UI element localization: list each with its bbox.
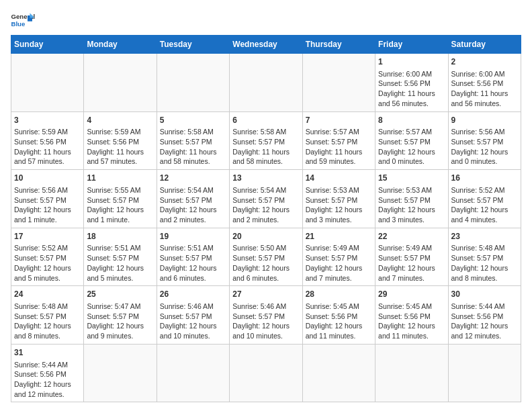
day-info: Sunrise: 5:58 AM Sunset: 5:57 PM Dayligh… xyxy=(160,127,226,167)
calendar-cell: 3Sunrise: 5:59 AM Sunset: 5:56 PM Daylig… xyxy=(11,111,84,170)
weekday-header-tuesday: Tuesday xyxy=(157,36,229,54)
calendar-cell: 13Sunrise: 5:54 AM Sunset: 5:57 PM Dayli… xyxy=(230,170,302,228)
day-info: Sunrise: 5:59 AM Sunset: 5:56 PM Dayligh… xyxy=(87,127,153,167)
day-info: Sunrise: 5:51 AM Sunset: 5:57 PM Dayligh… xyxy=(87,243,153,283)
calendar-cell: 1Sunrise: 6:00 AM Sunset: 5:56 PM Daylig… xyxy=(375,54,448,112)
calendar-header: SundayMondayTuesdayWednesdayThursdayFrid… xyxy=(11,36,521,54)
day-number: 15 xyxy=(378,173,445,184)
weekday-header-wednesday: Wednesday xyxy=(230,36,302,54)
calendar-cell: 12Sunrise: 5:54 AM Sunset: 5:57 PM Dayli… xyxy=(157,170,229,228)
day-info: Sunrise: 5:46 AM Sunset: 5:57 PM Dayligh… xyxy=(160,302,226,341)
calendar-week-row: 10Sunrise: 5:56 AM Sunset: 5:57 PM Dayli… xyxy=(11,170,521,228)
day-number: 30 xyxy=(451,289,518,300)
calendar-cell: 7Sunrise: 5:57 AM Sunset: 5:57 PM Daylig… xyxy=(302,111,375,170)
calendar-cell: 6Sunrise: 5:58 AM Sunset: 5:57 PM Daylig… xyxy=(230,111,302,170)
day-info: Sunrise: 5:51 AM Sunset: 5:57 PM Dayligh… xyxy=(160,243,226,283)
calendar-cell: 15Sunrise: 5:53 AM Sunset: 5:57 PM Dayli… xyxy=(375,170,448,228)
day-info: Sunrise: 5:54 AM Sunset: 5:57 PM Dayligh… xyxy=(160,185,226,225)
day-info: Sunrise: 5:52 AM Sunset: 5:57 PM Dayligh… xyxy=(14,243,81,283)
calendar-cell: 17Sunrise: 5:52 AM Sunset: 5:57 PM Dayli… xyxy=(11,228,84,286)
calendar-cell: 30Sunrise: 5:44 AM Sunset: 5:56 PM Dayli… xyxy=(448,286,521,345)
day-number: 11 xyxy=(87,173,153,184)
day-info: Sunrise: 5:45 AM Sunset: 5:56 PM Dayligh… xyxy=(378,302,445,341)
day-info: Sunrise: 5:48 AM Sunset: 5:57 PM Dayligh… xyxy=(14,302,81,341)
day-info: Sunrise: 5:57 AM Sunset: 5:57 PM Dayligh… xyxy=(378,127,445,167)
day-info: Sunrise: 5:45 AM Sunset: 5:56 PM Dayligh… xyxy=(306,302,372,341)
day-number: 17 xyxy=(14,231,81,242)
day-info: Sunrise: 5:59 AM Sunset: 5:56 PM Dayligh… xyxy=(14,127,81,167)
day-number: 29 xyxy=(378,289,445,300)
day-number: 22 xyxy=(378,231,445,242)
calendar-cell xyxy=(157,344,229,402)
day-info: Sunrise: 5:56 AM Sunset: 5:57 PM Dayligh… xyxy=(14,185,81,225)
calendar-cell: 9Sunrise: 5:56 AM Sunset: 5:57 PM Daylig… xyxy=(448,111,521,170)
day-number: 31 xyxy=(14,347,81,359)
header: General Blue xyxy=(11,11,521,30)
day-info: Sunrise: 5:52 AM Sunset: 5:57 PM Dayligh… xyxy=(451,185,518,225)
day-number: 7 xyxy=(306,115,372,126)
calendar-cell xyxy=(84,54,157,112)
calendar-week-row: 1Sunrise: 6:00 AM Sunset: 5:56 PM Daylig… xyxy=(11,54,521,112)
calendar-week-row: 31Sunrise: 5:44 AM Sunset: 5:56 PM Dayli… xyxy=(11,344,521,402)
day-number: 24 xyxy=(14,289,81,300)
day-number: 6 xyxy=(232,115,299,126)
day-info: Sunrise: 6:00 AM Sunset: 5:56 PM Dayligh… xyxy=(378,69,445,109)
day-info: Sunrise: 5:55 AM Sunset: 5:57 PM Dayligh… xyxy=(87,185,153,225)
calendar-cell: 5Sunrise: 5:58 AM Sunset: 5:57 PM Daylig… xyxy=(157,111,229,170)
calendar-cell: 23Sunrise: 5:48 AM Sunset: 5:57 PM Dayli… xyxy=(448,228,521,286)
day-info: Sunrise: 5:46 AM Sunset: 5:57 PM Dayligh… xyxy=(232,302,299,341)
day-number: 8 xyxy=(378,115,445,126)
day-number: 14 xyxy=(306,173,372,184)
calendar-table: SundayMondayTuesdayWednesdayThursdayFrid… xyxy=(11,35,521,402)
weekday-header-friday: Friday xyxy=(375,36,448,54)
day-info: Sunrise: 5:58 AM Sunset: 5:57 PM Dayligh… xyxy=(232,127,299,167)
calendar-cell: 19Sunrise: 5:51 AM Sunset: 5:57 PM Dayli… xyxy=(157,228,229,286)
calendar-cell: 4Sunrise: 5:59 AM Sunset: 5:56 PM Daylig… xyxy=(84,111,157,170)
day-info: Sunrise: 6:00 AM Sunset: 5:56 PM Dayligh… xyxy=(451,69,518,109)
calendar-cell xyxy=(230,54,302,112)
weekday-header-monday: Monday xyxy=(84,36,157,54)
calendar-cell xyxy=(448,344,521,402)
calendar-cell: 10Sunrise: 5:56 AM Sunset: 5:57 PM Dayli… xyxy=(11,170,84,228)
day-info: Sunrise: 5:50 AM Sunset: 5:57 PM Dayligh… xyxy=(232,243,299,283)
day-number: 12 xyxy=(160,173,226,184)
weekday-header-saturday: Saturday xyxy=(448,36,521,54)
day-number: 21 xyxy=(306,231,372,242)
calendar-cell xyxy=(302,54,375,112)
calendar-cell: 20Sunrise: 5:50 AM Sunset: 5:57 PM Dayli… xyxy=(230,228,302,286)
day-number: 25 xyxy=(87,289,153,300)
calendar-cell: 2Sunrise: 6:00 AM Sunset: 5:56 PM Daylig… xyxy=(448,54,521,112)
day-info: Sunrise: 5:47 AM Sunset: 5:57 PM Dayligh… xyxy=(87,302,153,341)
logo: General Blue xyxy=(11,11,35,30)
day-number: 28 xyxy=(306,289,372,300)
day-info: Sunrise: 5:49 AM Sunset: 5:57 PM Dayligh… xyxy=(378,243,445,283)
calendar-cell xyxy=(11,54,84,112)
svg-text:Blue: Blue xyxy=(11,20,26,28)
day-number: 5 xyxy=(160,115,226,126)
calendar-cell xyxy=(375,344,448,402)
calendar-week-row: 24Sunrise: 5:48 AM Sunset: 5:57 PM Dayli… xyxy=(11,286,521,345)
day-number: 26 xyxy=(160,289,226,300)
day-info: Sunrise: 5:44 AM Sunset: 5:56 PM Dayligh… xyxy=(14,360,81,400)
day-info: Sunrise: 5:54 AM Sunset: 5:57 PM Dayligh… xyxy=(232,185,299,225)
calendar-cell: 28Sunrise: 5:45 AM Sunset: 5:56 PM Dayli… xyxy=(302,286,375,345)
calendar-cell: 8Sunrise: 5:57 AM Sunset: 5:57 PM Daylig… xyxy=(375,111,448,170)
calendar-cell: 26Sunrise: 5:46 AM Sunset: 5:57 PM Dayli… xyxy=(157,286,229,345)
calendar-cell xyxy=(302,344,375,402)
day-number: 19 xyxy=(160,231,226,242)
calendar-week-row: 17Sunrise: 5:52 AM Sunset: 5:57 PM Dayli… xyxy=(11,228,521,286)
calendar-cell: 16Sunrise: 5:52 AM Sunset: 5:57 PM Dayli… xyxy=(448,170,521,228)
calendar-cell: 21Sunrise: 5:49 AM Sunset: 5:57 PM Dayli… xyxy=(302,228,375,286)
calendar-cell: 25Sunrise: 5:47 AM Sunset: 5:57 PM Dayli… xyxy=(84,286,157,345)
day-number: 4 xyxy=(87,115,153,126)
day-info: Sunrise: 5:53 AM Sunset: 5:57 PM Dayligh… xyxy=(306,185,372,225)
day-info: Sunrise: 5:44 AM Sunset: 5:56 PM Dayligh… xyxy=(451,302,518,341)
calendar-cell: 11Sunrise: 5:55 AM Sunset: 5:57 PM Dayli… xyxy=(84,170,157,228)
calendar-cell: 31Sunrise: 5:44 AM Sunset: 5:56 PM Dayli… xyxy=(11,344,84,402)
calendar-cell: 27Sunrise: 5:46 AM Sunset: 5:57 PM Dayli… xyxy=(230,286,302,345)
day-number: 3 xyxy=(14,115,81,126)
day-number: 23 xyxy=(451,231,518,242)
day-info: Sunrise: 5:48 AM Sunset: 5:57 PM Dayligh… xyxy=(451,243,518,283)
calendar-body: 1Sunrise: 6:00 AM Sunset: 5:56 PM Daylig… xyxy=(11,54,521,402)
day-number: 2 xyxy=(451,56,518,68)
